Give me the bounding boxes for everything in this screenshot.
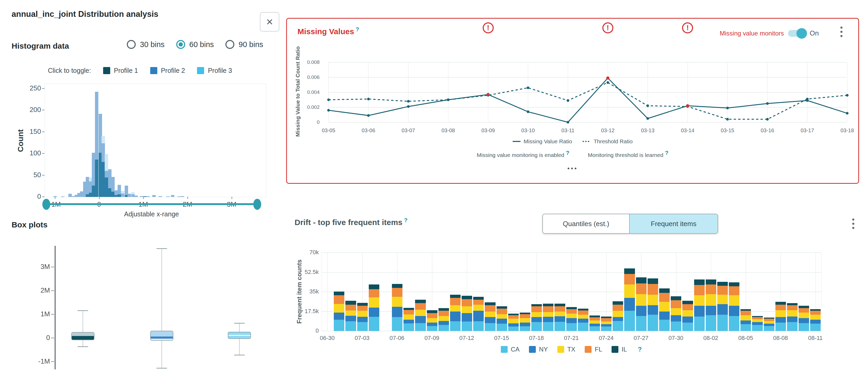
bar-segment-IL (438, 308, 449, 311)
bar-segment-NY (694, 306, 705, 316)
monitoring-note: Missing value monitoring is enabled? (477, 150, 569, 158)
solid-line-icon (513, 141, 521, 142)
bar-segment-TX (438, 316, 449, 321)
bar-segment-IL (636, 277, 647, 283)
bar-segment-NY (427, 322, 437, 326)
bar-segment-CA (485, 323, 495, 331)
bar-segment-IL (787, 303, 798, 306)
bar-segment-CA (555, 322, 565, 331)
legend-swatch-icon (612, 346, 618, 353)
bar-segment-NY (508, 323, 519, 326)
x-tick-label: 03-09 (472, 127, 504, 133)
bar-segment-IL (648, 278, 658, 284)
legend-label: CA (511, 346, 520, 353)
x-range-slider-handle-right[interactable] (253, 199, 261, 210)
drift-legend-help-icon[interactable]: ? (638, 346, 642, 353)
x-tick-label: 03-11 (552, 127, 584, 133)
bar-segment-FL (648, 284, 658, 294)
bar-07-26 (624, 253, 635, 331)
profile-chip-1[interactable]: Profile 1 (103, 67, 138, 74)
bar-segment-CA (752, 325, 763, 331)
alert-exclamation-icon[interactable]: ! (682, 22, 693, 33)
bar-segment-NY (729, 306, 739, 316)
note-help-icon[interactable]: ? (665, 150, 669, 156)
bar-segment-CA (729, 316, 739, 331)
bar-segment-NY (648, 305, 658, 315)
bar-segment-NY (450, 312, 461, 321)
missing-values-title: Missing Values? (298, 26, 359, 36)
bar-segment-FL (485, 305, 495, 311)
dotted-line-icon (583, 141, 590, 142)
alert-exclamation-icon[interactable]: ! (602, 22, 613, 33)
whisker-cap (156, 368, 167, 369)
bar-segment-CA (357, 322, 368, 331)
histogram-bar (128, 194, 131, 197)
whisker-cap (78, 310, 88, 311)
x-tick-label: 03-05 (313, 127, 344, 133)
bar-segment-FL (403, 310, 414, 314)
legend-item-NY: NY (529, 346, 548, 353)
note-help-icon[interactable]: ? (566, 150, 569, 156)
tick-mark (99, 197, 100, 199)
tab-frequent-items[interactable]: Frequent items (629, 214, 718, 234)
bar-08-01 (693, 253, 705, 331)
alert-exclamation-icon[interactable]: ! (483, 22, 494, 33)
histogram-chart (45, 84, 266, 197)
bar-segment-NY (520, 322, 530, 326)
profile-chip-3[interactable]: Profile 3 (197, 67, 232, 74)
bar-07-28 (647, 253, 659, 331)
histogram-bar (152, 195, 156, 197)
bins-radio-30-bins[interactable]: 30 bins (127, 40, 165, 49)
bar-segment-NY (403, 320, 414, 323)
legend-swatch-icon (501, 346, 508, 353)
bar-segment-NY (415, 316, 426, 323)
bar-segment-CA (392, 317, 402, 331)
missing-values-help-icon[interactable]: ? (355, 26, 359, 33)
bar-segment-CA (799, 323, 809, 331)
bar-segment-NY (671, 315, 681, 321)
bar-segment-NY (589, 324, 600, 326)
x-range-slider-handle-left[interactable] (42, 199, 50, 210)
box-plots-chart: 3M2M1M0-1M (16, 242, 274, 375)
bins-radio-60-bins[interactable]: 60 bins (176, 40, 214, 49)
bar-segment-CA (566, 323, 577, 331)
bar-segment-NY (566, 318, 577, 323)
x-tick-label: 08-08 (765, 335, 796, 342)
bar-segment-CA (717, 315, 728, 331)
legend-swatch-icon (557, 346, 564, 353)
close-button[interactable]: × (260, 12, 279, 32)
bins-radio-90-bins[interactable]: 90 bins (225, 40, 263, 49)
drift-help-icon[interactable]: ? (404, 217, 407, 223)
bar-segment-TX (729, 295, 739, 306)
slider-label: Adjustable x-range (99, 210, 204, 218)
click-to-toggle-label: Click to toggle: (48, 67, 91, 74)
distribution-analysis-dashboard: annual_inc_joint Distribution analysis ×… (0, 0, 868, 377)
tick-mark (42, 131, 44, 132)
bar-segment-FL (566, 309, 577, 314)
bar-segment-NY (473, 311, 484, 321)
panel-ellipsis[interactable]: ••• (287, 165, 858, 172)
histogram-bar (177, 196, 181, 197)
whisker-cap (234, 355, 245, 355)
tick-mark (51, 266, 54, 268)
bar-segment-NY (740, 320, 751, 324)
drift-title: Drift - top five frequent items? (294, 217, 407, 227)
drift-menu-kebab-icon[interactable] (850, 217, 856, 230)
bar-segment-NY (555, 316, 565, 322)
bar-segment-TX (485, 312, 495, 317)
missing-panel-menu-kebab-icon[interactable] (839, 25, 844, 39)
x-range-slider-track[interactable] (46, 203, 257, 205)
profile-chip-2[interactable]: Profile 2 (150, 67, 185, 74)
bar-segment-CA (334, 320, 344, 331)
monitors-toggle[interactable] (788, 30, 805, 37)
bar-segment-IL (578, 309, 588, 311)
bar-segment-FL (578, 311, 588, 315)
bar-segment-FL (682, 304, 693, 310)
missing-value-monitors-control: Missing value monitors On (720, 29, 819, 37)
x-tick-label: 07-30 (660, 335, 692, 342)
bar-segment-CA (694, 317, 705, 331)
tick-mark (143, 197, 144, 199)
tab-quantiles--est--[interactable]: Quantiles (est.) (542, 214, 629, 234)
bar-segment-NY (810, 320, 820, 324)
bar-segment-NY (438, 321, 449, 325)
